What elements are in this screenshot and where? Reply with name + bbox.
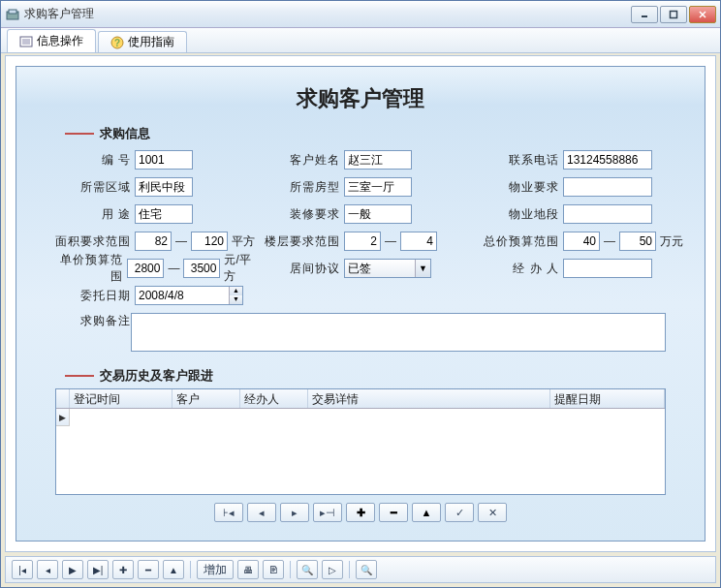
area-label: 面积要求范围 — [55, 233, 131, 250]
purpose-input[interactable] — [135, 204, 193, 224]
svg-text:?: ? — [114, 38, 120, 48]
area-to-input[interactable] — [191, 232, 228, 251]
entrust-date-label: 委托日期 — [55, 288, 131, 304]
remark-label: 求购备注 — [55, 313, 131, 352]
window-buttons — [631, 6, 716, 23]
floor-to-input[interactable] — [400, 232, 437, 251]
printer-icon: 🖶 — [243, 565, 253, 575]
tb-prev-button[interactable]: ◂ — [37, 560, 58, 579]
add-button[interactable]: 增加 — [197, 560, 234, 579]
section-input[interactable] — [563, 204, 652, 224]
col-customer[interactable]: 客户 — [172, 389, 240, 408]
export-icon: 🖹 — [268, 565, 278, 575]
section-history: 交易历史及客户跟进 — [65, 367, 705, 385]
nav-last-button[interactable]: ▸⊣ — [313, 503, 342, 522]
col-remind-date[interactable]: 提醒日期 — [550, 389, 665, 408]
tab-label: 使用指南 — [128, 34, 174, 50]
range-sep: — — [168, 262, 179, 275]
area-from-input[interactable] — [135, 232, 172, 251]
record-navigator: ⊦◂ ◂ ▸ ▸⊣ ✚ ━ ▲ ✓ ✕ — [16, 503, 705, 522]
id-label: 编 号 — [55, 152, 131, 169]
col-register-time[interactable]: 登记时间 — [70, 389, 172, 408]
purpose-label: 用 途 — [55, 206, 131, 223]
app-window: 求购客户管理 信息操作 ? 使用指南 求购客户管理 求购信息 编 号 — [0, 0, 721, 588]
tb-insert-button[interactable]: ✚ — [112, 560, 134, 579]
magnifier-icon: 🔍 — [360, 565, 372, 575]
tabstrip: 信息操作 ? 使用指南 — [1, 28, 720, 53]
search-icon: 🔍 — [301, 565, 313, 575]
section-dash — [65, 133, 94, 135]
id-input[interactable] — [135, 150, 193, 170]
budget-label: 总价预算范围 — [484, 233, 559, 250]
budget-unit: 万元 — [660, 233, 683, 250]
maximize-button[interactable] — [660, 6, 687, 23]
budget-from-input[interactable] — [563, 232, 600, 251]
agreement-label: 居间协议 — [265, 261, 340, 277]
handler-label: 经 办 人 — [484, 261, 559, 277]
entrust-date-value: 2008/4/8 — [139, 289, 184, 302]
agreement-combo[interactable]: 已签▼ — [344, 259, 431, 278]
window-title: 求购客户管理 — [24, 6, 631, 22]
nav-insert-button[interactable]: ✚ — [346, 503, 375, 522]
phone-input[interactable] — [563, 150, 652, 170]
tb-first-button[interactable]: |◂ — [12, 560, 33, 579]
play-button[interactable]: ▷ — [322, 560, 343, 579]
nav-edit-button[interactable]: ▲ — [412, 503, 441, 522]
search-button[interactable]: 🔍 — [297, 560, 318, 579]
section-purchase-info: 求购信息 — [65, 125, 705, 142]
decor-input[interactable] — [344, 204, 412, 224]
minimize-button[interactable] — [631, 6, 658, 23]
handler-input[interactable] — [563, 259, 652, 278]
row-selector-header — [56, 389, 70, 408]
col-detail[interactable]: 交易详情 — [308, 389, 550, 408]
area-unit: 平方 — [232, 233, 255, 250]
current-row-indicator: ▶ — [56, 409, 70, 426]
unitprice-to-input[interactable] — [183, 259, 220, 278]
tb-last-button[interactable]: ▶| — [87, 560, 109, 579]
propreq-label: 物业要求 — [484, 179, 559, 196]
roomtype-input[interactable] — [344, 177, 412, 197]
chevron-down-icon: ▼ — [415, 260, 430, 277]
main-panel: 求购客户管理 求购信息 编 号 客户姓名 联系电话 所需区域 所需房型 物业要求… — [16, 66, 705, 542]
tb-edit-button[interactable]: ▲ — [163, 560, 184, 579]
unitprice-from-input[interactable] — [127, 259, 164, 278]
range-sep: — — [385, 234, 396, 248]
view-button[interactable]: 🔍 — [356, 560, 377, 579]
tab-guide[interactable]: ? 使用指南 — [98, 31, 187, 52]
unitprice-unit: 元/平方 — [224, 252, 259, 285]
close-button[interactable] — [689, 6, 716, 23]
export-button[interactable]: 🖹 — [263, 560, 284, 579]
bottom-toolbar: |◂ ◂ ▶ ▶| ✚ ━ ▲ 增加 🖶 🖹 🔍 ▷ 🔍 — [5, 556, 716, 583]
list-icon — [19, 35, 33, 48]
tb-delete-button[interactable]: ━ — [138, 560, 159, 579]
remark-textarea[interactable] — [131, 313, 666, 352]
nav-cancel-button[interactable]: ✕ — [478, 503, 507, 522]
nav-first-button[interactable]: ⊦◂ — [214, 503, 243, 522]
history-grid[interactable]: 登记时间 客户 经办人 交易详情 提醒日期 ▶ — [55, 388, 666, 495]
nav-post-button[interactable]: ✓ — [445, 503, 474, 522]
grid-header: 登记时间 客户 经办人 交易详情 提醒日期 — [56, 389, 665, 409]
toolbar-divider — [349, 561, 350, 578]
entrust-date-picker[interactable]: 2008/4/8▲▼ — [135, 286, 243, 305]
tb-next-button[interactable]: ▶ — [62, 560, 83, 579]
remark-row: 求购备注 — [16, 309, 705, 356]
region-input[interactable] — [135, 177, 193, 197]
budget-to-input[interactable] — [619, 232, 656, 251]
tab-info-ops[interactable]: 信息操作 — [7, 29, 96, 52]
range-sep: — — [604, 234, 615, 248]
col-handler[interactable]: 经办人 — [240, 389, 308, 408]
floor-label: 楼层要求范围 — [265, 233, 340, 250]
region-label: 所需区域 — [55, 179, 131, 196]
floor-from-input[interactable] — [344, 232, 381, 251]
print-button[interactable]: 🖶 — [237, 560, 259, 579]
unitprice-label: 单价预算范围 — [55, 252, 123, 285]
nav-next-button[interactable]: ▸ — [280, 503, 309, 522]
nav-delete-button[interactable]: ━ — [379, 503, 408, 522]
section-label: 物业地段 — [484, 206, 559, 223]
section-title: 求购信息 — [100, 125, 150, 142]
name-input[interactable] — [344, 150, 412, 170]
propreq-input[interactable] — [563, 177, 652, 197]
name-label: 客户姓名 — [265, 152, 340, 169]
nav-prev-button[interactable]: ◂ — [247, 503, 276, 522]
section-title: 交易历史及客户跟进 — [100, 367, 213, 385]
